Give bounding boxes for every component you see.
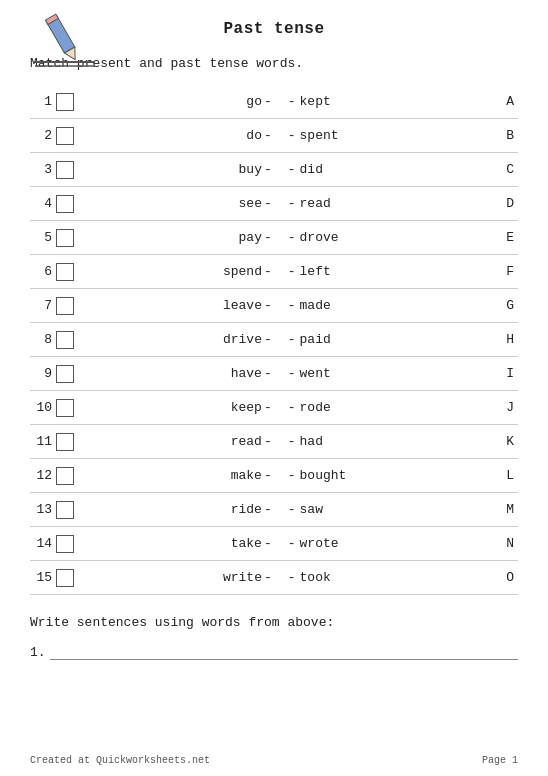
past-word: read [300,196,498,211]
page-footer: Created at Quickworksheets.net Page 1 [30,755,518,766]
answer-checkbox[interactable] [56,433,74,451]
answer-checkbox[interactable] [56,93,74,111]
past-word: went [300,366,498,381]
answer-checkbox[interactable] [56,365,74,383]
row-number: 11 [34,434,56,449]
past-word: saw [300,502,498,517]
dash-separator: - [264,332,280,347]
right-row: - made G [284,289,518,323]
left-row: 7 leave - [30,289,284,323]
present-word: take [78,536,264,551]
left-row: 3 buy - [30,153,284,187]
left-row: 8 drive - [30,323,284,357]
dash-separator: - [288,502,300,517]
left-row: 6 spend - [30,255,284,289]
letter-label: J [498,400,514,415]
answer-checkbox[interactable] [56,195,74,213]
present-word: go [78,94,264,109]
answer-checkbox[interactable] [56,501,74,519]
past-word: wrote [300,536,498,551]
footer-right: Page 1 [482,755,518,766]
present-word: drive [78,332,264,347]
present-word: do [78,128,264,143]
present-word: keep [78,400,264,415]
past-word: had [300,434,498,449]
row-number: 13 [34,502,56,517]
dash-separator: - [264,400,280,415]
answer-checkbox[interactable] [56,229,74,247]
write-line-row: 1. [30,640,518,660]
dash-separator: - [288,332,300,347]
letter-label: L [498,468,514,483]
letter-label: C [498,162,514,177]
present-word: see [78,196,264,211]
right-row: - left F [284,255,518,289]
row-number: 6 [34,264,56,279]
dash-separator: - [288,162,300,177]
answer-checkbox[interactable] [56,263,74,281]
dash-separator: - [288,366,300,381]
letter-label: I [498,366,514,381]
answer-checkbox[interactable] [56,331,74,349]
answer-checkbox[interactable] [56,161,74,179]
dash-separator: - [288,298,300,313]
answer-checkbox[interactable] [56,467,74,485]
right-row: - drove E [284,221,518,255]
dash-separator: - [264,536,280,551]
past-word: did [300,162,498,177]
answer-checkbox[interactable] [56,297,74,315]
row-number: 5 [34,230,56,245]
row-number: 15 [34,570,56,585]
dash-separator: - [288,94,300,109]
right-row: - did C [284,153,518,187]
past-word: kept [300,94,498,109]
present-word: leave [78,298,264,313]
dash-separator: - [264,366,280,381]
letter-label: O [498,570,514,585]
letter-label: H [498,332,514,347]
dash-separator: - [264,230,280,245]
past-word: left [300,264,498,279]
dash-separator: - [288,434,300,449]
right-row: - paid H [284,323,518,357]
past-word: bought [300,468,498,483]
left-row: 11 read - [30,425,284,459]
row-number: 2 [34,128,56,143]
write-instructions: Write sentences using words from above: [30,615,518,630]
answer-checkbox[interactable] [56,569,74,587]
footer-left: Created at Quickworksheets.net [30,755,210,766]
left-row: 5 pay - [30,221,284,255]
answer-checkbox[interactable] [56,399,74,417]
page-header: Past tense [30,20,518,38]
left-column: 1 go - 2 do - 3 buy - 4 see - 5 pay - 6 … [30,85,284,595]
row-number: 12 [34,468,56,483]
present-word: make [78,468,264,483]
present-word: spend [78,264,264,279]
present-word: ride [78,502,264,517]
past-word: spent [300,128,498,143]
letter-label: E [498,230,514,245]
right-row: - bought L [284,459,518,493]
write-line[interactable] [50,640,518,660]
dash-separator: - [264,502,280,517]
right-row: - saw M [284,493,518,527]
answer-checkbox[interactable] [56,127,74,145]
present-word: buy [78,162,264,177]
row-number: 4 [34,196,56,211]
dash-separator: - [288,400,300,415]
right-row: - took O [284,561,518,595]
past-word: rode [300,400,498,415]
dash-separator: - [264,128,280,143]
dash-separator: - [264,264,280,279]
letter-label: F [498,264,514,279]
page-title: Past tense [223,20,324,38]
letter-label: G [498,298,514,313]
dash-separator: - [288,536,300,551]
past-word: made [300,298,498,313]
answer-checkbox[interactable] [56,535,74,553]
match-table: 1 go - 2 do - 3 buy - 4 see - 5 pay - 6 … [30,85,518,595]
dash-separator: - [264,468,280,483]
letter-label: B [498,128,514,143]
past-word: drove [300,230,498,245]
letter-label: M [498,502,514,517]
